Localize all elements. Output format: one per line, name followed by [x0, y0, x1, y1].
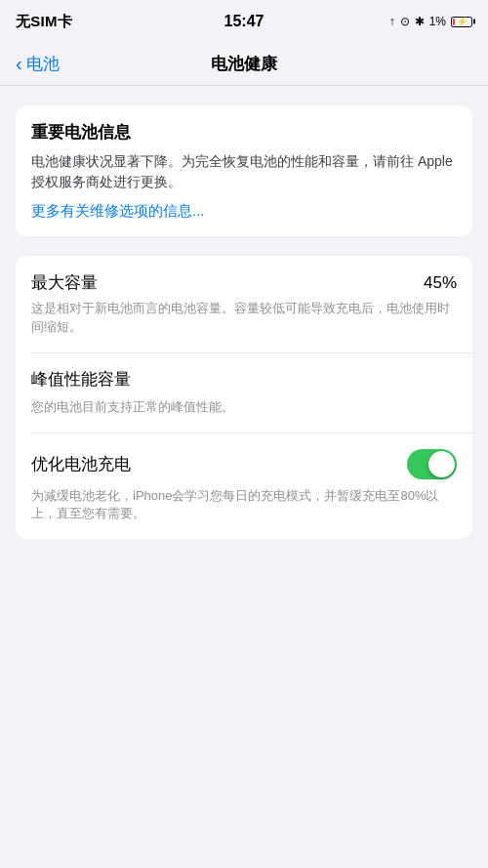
important-info-body: 电池健康状况显著下降。为完全恢复电池的性能和容量，请前往 Apple 授权服务商… — [31, 151, 457, 192]
max-capacity-description: 这是相对于新电池而言的电池容量。容量较低可能导致充电后，电池使用时间缩短。 — [31, 300, 457, 337]
optimized-charging-toggle[interactable] — [407, 449, 457, 479]
optimized-charging-description: 为减缓电池老化，iPhone会学习您每日的充电模式，并暂缓充电至80%以上，直至… — [31, 487, 457, 524]
time-label: 15:47 — [224, 13, 264, 30]
page-title: 电池健康 — [211, 53, 277, 75]
back-label: 电池 — [26, 53, 60, 75]
peak-performance-description: 您的电池目前支持正常的峰值性能。 — [31, 398, 457, 417]
optimized-charging-label: 优化电池充电 — [31, 453, 131, 475]
battery-icon: ⚡ — [451, 17, 472, 27]
carrier-label: 无SIM卡 — [16, 13, 72, 31]
optimized-charging-row: 优化电池充电 — [31, 449, 457, 479]
back-button[interactable]: ‹ 电池 — [16, 53, 60, 75]
battery-percent: 1% — [429, 15, 446, 28]
bluetooth-icon: ✱ — [415, 15, 425, 28]
status-bar: 无SIM卡 15:47 ↑ ⊙ ✱ 1% ⚡ — [0, 0, 488, 43]
max-capacity-row: 最大容量 45% — [31, 271, 457, 294]
content-area: 重要电池信息 电池健康状况显著下降。为完全恢复电池的性能和容量，请前往 Appl… — [0, 86, 488, 868]
max-capacity-value: 45% — [424, 273, 457, 293]
charging-bolt: ⚡ — [457, 17, 468, 26]
important-info-card: 重要电池信息 电池健康状况显著下降。为完全恢复电池的性能和容量，请前往 Appl… — [16, 105, 472, 236]
max-capacity-section: 最大容量 45% 这是相对于新电池而言的电池容量。容量较低可能导致充电后，电池使… — [16, 256, 472, 352]
important-info-title: 重要电池信息 — [31, 121, 457, 144]
toggle-knob — [428, 451, 455, 477]
optimized-charging-section: 优化电池充电 为减缓电池老化，iPhone会学习您每日的充电模式，并暂缓充电至8… — [16, 434, 472, 540]
chevron-left-icon: ‹ — [16, 54, 22, 73]
max-capacity-label: 最大容量 — [31, 271, 98, 294]
peak-performance-section: 峰值性能容量 您的电池目前支持正常的峰值性能。 — [16, 352, 472, 433]
location-icon: ↑ — [389, 15, 395, 28]
peak-performance-title: 峰值性能容量 — [31, 368, 457, 391]
screen-rotation-icon: ⊙ — [400, 15, 410, 28]
status-icons: ↑ ⊙ ✱ 1% ⚡ — [389, 15, 472, 28]
navigation-bar: ‹ 电池 电池健康 — [0, 43, 488, 86]
repair-options-link[interactable]: 更多有关维修选项的信息... — [31, 202, 205, 219]
battery-stats-card: 最大容量 45% 这是相对于新电池而言的电池容量。容量较低可能导致充电后，电池使… — [16, 256, 472, 539]
important-info-section: 重要电池信息 电池健康状况显著下降。为完全恢复电池的性能和容量，请前往 Appl… — [16, 105, 472, 236]
